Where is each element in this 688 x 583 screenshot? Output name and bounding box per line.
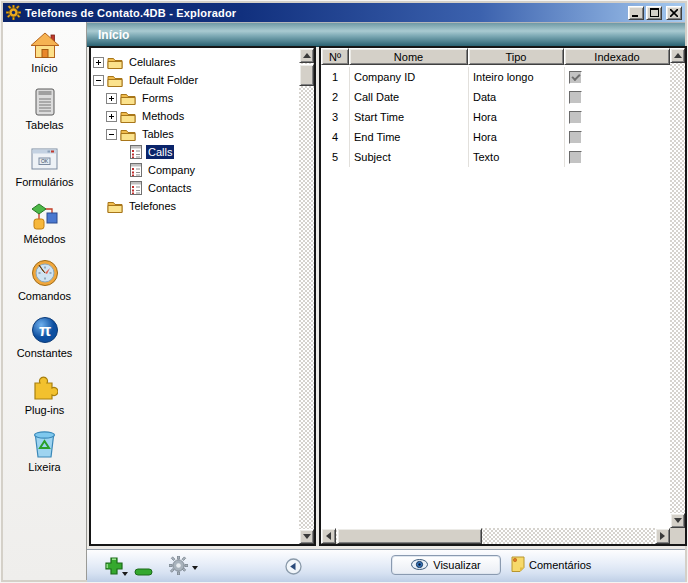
tree-item-label: Methods (140, 109, 186, 123)
commands-icon (31, 258, 59, 288)
scrollbar-corner (670, 528, 685, 544)
expand-minus-icon[interactable] (93, 75, 104, 86)
add-button[interactable] (104, 556, 128, 580)
folder-icon (107, 74, 123, 87)
scroll-down-button[interactable] (299, 529, 314, 544)
folder-icon (107, 200, 123, 213)
table-icon (130, 145, 142, 159)
scrollbar-thumb[interactable] (337, 528, 482, 544)
trash-icon (32, 429, 57, 459)
tree-item-label: Tables (140, 127, 176, 141)
tree-item-default-folder[interactable]: Default Folder (91, 71, 299, 89)
title-bar[interactable]: Telefones de Contato.4DB - Explorador (3, 3, 685, 22)
sidebar: Início Tabelas OK (3, 22, 87, 580)
page-header: Início (87, 22, 685, 47)
scroll-left-button[interactable] (321, 528, 336, 544)
dropdown-arrow-icon (122, 572, 128, 576)
expand-plus-icon[interactable] (93, 57, 104, 68)
scroll-down-button[interactable] (670, 513, 685, 528)
table-horizontal-scrollbar[interactable] (321, 528, 670, 544)
tables-icon (35, 87, 55, 117)
field-row[interactable]: 2 Call Date Data (321, 87, 670, 107)
folder-icon (120, 92, 136, 105)
plus-icon (104, 556, 124, 580)
visualizar-label: Visualizar (433, 559, 481, 571)
tree-item-telefones[interactable]: Telefones (91, 197, 299, 215)
sidebar-item-plugins[interactable]: Plug-ins (3, 372, 86, 429)
sidebar-item-label: Constantes (17, 347, 73, 359)
tree-item-contacts[interactable]: Contacts (91, 179, 299, 197)
indexed-checkbox[interactable] (569, 151, 582, 164)
tree-item-label: Telefones (127, 199, 178, 213)
forms-icon: OK (31, 144, 58, 174)
field-row[interactable]: 5 Subject Texto (321, 147, 670, 167)
visualizar-button[interactable]: Visualizar (391, 555, 501, 575)
scrollbar-thumb[interactable] (299, 64, 314, 86)
column-header-tipo[interactable]: Tipo (468, 48, 564, 65)
sidebar-item-label: Comandos (18, 290, 71, 302)
gear-icon (169, 556, 188, 579)
column-header-num[interactable]: Nº (321, 48, 349, 65)
column-header-nome[interactable]: Nome (349, 48, 468, 65)
remove-button[interactable] (134, 562, 153, 580)
fields-table-header: Nº Nome Tipo Indexado (321, 48, 670, 65)
close-button[interactable] (666, 6, 682, 20)
tree-item-label-selected: Calls (146, 145, 174, 159)
table-icon (130, 163, 142, 177)
tree-item-company[interactable]: Company (91, 161, 299, 179)
explorer-tree-panel: Celulares Default Folder Forms (89, 46, 316, 546)
sidebar-item-label: Lixeira (28, 461, 60, 473)
indexed-checkbox[interactable] (569, 71, 582, 84)
indexed-checkbox[interactable] (569, 131, 582, 144)
tree-item-forms[interactable]: Forms (91, 89, 299, 107)
column-header-indexado[interactable]: Indexado (564, 48, 670, 65)
app-window: Telefones de Contato.4DB - Explorador (0, 0, 688, 583)
indexed-checkbox[interactable] (569, 91, 582, 104)
note-icon (511, 556, 525, 574)
svg-text:π: π (38, 322, 50, 339)
fields-table-panel: Nº Nome Tipo Indexado 1 Company ID Intei… (319, 46, 687, 546)
window-title: Telefones de Contato.4DB - Explorador (25, 7, 236, 19)
sidebar-item-label: Métodos (23, 233, 65, 245)
field-row[interactable]: 3 Start Time Hora (321, 107, 670, 127)
scroll-up-button[interactable] (299, 48, 314, 63)
table-vertical-scrollbar[interactable] (670, 48, 685, 528)
fields-table-body: 1 Company ID Inteiro longo 2 Call Date D… (321, 65, 670, 528)
options-button[interactable] (169, 556, 198, 579)
home-icon (30, 30, 60, 60)
expand-plus-icon[interactable] (106, 93, 117, 104)
tree-list: Celulares Default Folder Forms (91, 48, 299, 544)
tree-item-celulares[interactable]: Celulares (91, 53, 299, 71)
tree-item-calls[interactable]: Calls (91, 143, 299, 161)
maximize-button[interactable] (646, 6, 662, 20)
scroll-right-button[interactable] (655, 528, 670, 544)
sidebar-item-metodos[interactable]: Métodos (3, 201, 86, 258)
indexed-checkbox[interactable] (569, 111, 582, 124)
sidebar-item-inicio[interactable]: Início (3, 30, 86, 87)
folder-icon (120, 110, 136, 123)
comentarios-button[interactable]: Comentários (511, 556, 591, 574)
sidebar-item-comandos[interactable]: Comandos (3, 258, 86, 315)
minimize-button[interactable] (628, 6, 644, 20)
plugins-icon (31, 372, 58, 402)
dropdown-arrow-icon (192, 566, 198, 570)
comentarios-label: Comentários (529, 559, 591, 571)
expand-minus-icon[interactable] (106, 129, 117, 140)
field-row[interactable]: 1 Company ID Inteiro longo (321, 67, 670, 87)
app-gear-logo-icon (6, 5, 21, 20)
sidebar-item-constantes[interactable]: π Constantes (3, 315, 86, 372)
field-row[interactable]: 4 End Time Hora (321, 127, 670, 147)
tree-item-label: Forms (140, 91, 175, 105)
scroll-up-button[interactable] (670, 48, 685, 63)
constants-icon: π (31, 315, 59, 345)
folder-icon (107, 56, 123, 69)
tree-item-tables[interactable]: Tables (91, 125, 299, 143)
sidebar-item-tabelas[interactable]: Tabelas (3, 87, 86, 144)
collapse-preview-button[interactable] (285, 558, 302, 579)
expand-plus-icon[interactable] (106, 111, 117, 122)
tree-vertical-scrollbar[interactable] (299, 48, 314, 544)
tree-item-methods[interactable]: Methods (91, 107, 299, 125)
bottom-toolbar: Visualizar Comentários (87, 549, 685, 582)
sidebar-item-formularios[interactable]: OK Formulários (3, 144, 86, 201)
sidebar-item-lixeira[interactable]: Lixeira (3, 429, 86, 486)
